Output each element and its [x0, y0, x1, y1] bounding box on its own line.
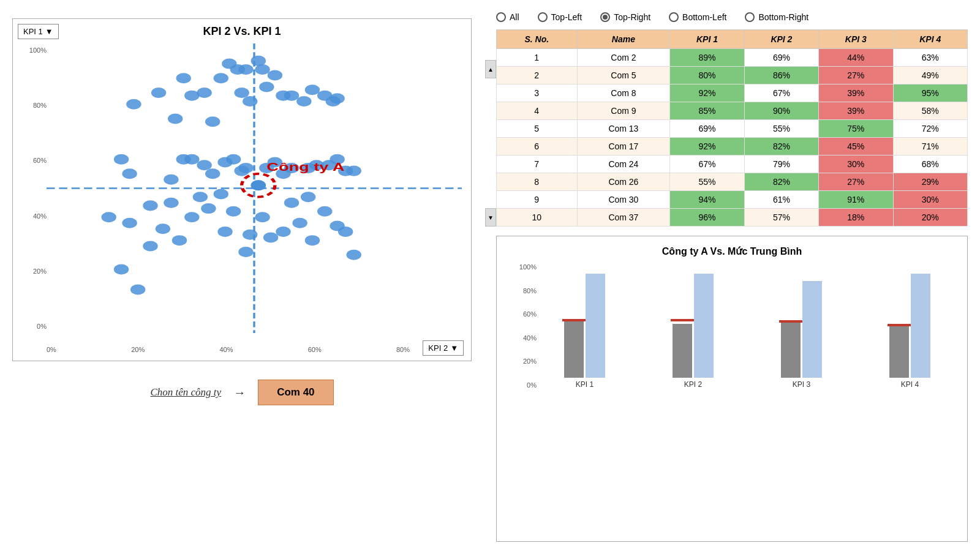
table-cell: 27%	[819, 67, 893, 84]
table-cell: 67%	[670, 156, 744, 173]
scroll-up-button[interactable]: ▲	[485, 60, 496, 78]
scroll-down-button[interactable]: ▼	[485, 208, 496, 227]
table-cell: 75%	[819, 120, 893, 138]
svg-point-50	[114, 264, 129, 274]
radio-circle-top-left	[538, 12, 548, 22]
svg-point-66	[263, 232, 278, 242]
company-bar	[889, 326, 909, 378]
table-cell: 89%	[670, 49, 744, 67]
radio-option-bottomright[interactable]: Bottom-Right	[745, 12, 809, 22]
table-cell: 82%	[744, 138, 818, 156]
svg-point-74	[338, 227, 353, 237]
radio-option-all[interactable]: All	[496, 12, 519, 22]
table-cell: Com 9	[577, 102, 670, 120]
y-axis-labels: 100% 80% 60% 40% 20% 0%	[16, 47, 47, 330]
svg-point-3	[126, 99, 141, 110]
svg-point-31	[184, 154, 199, 165]
y-dropdown-arrow: ▼	[45, 27, 53, 36]
table-cell: Com 24	[577, 156, 670, 173]
table-cell: 55%	[744, 120, 818, 138]
svg-point-33	[205, 168, 220, 179]
svg-point-21	[284, 91, 299, 101]
table-cell: 90%	[744, 102, 818, 120]
table-cell: 44%	[819, 49, 893, 67]
svg-point-27	[122, 168, 137, 179]
bar-group-label: KPI 4	[901, 380, 919, 389]
svg-point-4	[151, 88, 166, 98]
radio-circle-bottom-left	[669, 12, 679, 22]
table-cell: 69%	[744, 49, 818, 67]
radio-option-bottomleft[interactable]: Bottom-Left	[669, 12, 726, 22]
svg-point-58	[193, 192, 208, 202]
table-header-kpi2: KPI 2	[744, 30, 818, 49]
svg-point-48	[347, 166, 361, 176]
bar-group-kpi3: KPI 3	[756, 274, 846, 389]
table-cell: Com 2	[577, 49, 670, 67]
average-bar	[586, 274, 605, 378]
svg-point-37	[238, 163, 253, 173]
svg-point-23	[305, 84, 320, 95]
average-bar	[802, 281, 822, 378]
svg-point-18	[259, 81, 274, 92]
bar-pair	[564, 274, 605, 378]
svg-point-60	[214, 189, 228, 199]
svg-point-13	[234, 88, 249, 98]
svg-point-57	[184, 212, 199, 222]
table-cell: 45%	[819, 138, 893, 156]
table-cell: 91%	[819, 191, 893, 209]
table-cell: Com 37	[577, 209, 670, 227]
table-cell: 63%	[893, 49, 967, 67]
scatter-chart: KPI 1 ▼ KPI 2 Vs. KPI 1 Công ty A 100% 8…	[12, 18, 472, 361]
radio-circle-bottom-right	[745, 12, 755, 22]
svg-point-10	[214, 73, 228, 83]
bar-chart-title: Công ty A Vs. Mức Trung Bình	[509, 246, 955, 257]
table-cell: 92%	[670, 138, 744, 156]
company-selector-label: Chon tên công ty	[150, 386, 221, 399]
svg-point-8	[197, 88, 211, 98]
table-cell: 39%	[819, 84, 893, 102]
table-cell: 82%	[744, 173, 818, 191]
table-cell: Com 30	[577, 191, 670, 209]
bar-pair	[781, 274, 822, 378]
svg-point-19	[268, 70, 282, 81]
svg-point-62	[226, 206, 241, 217]
svg-point-53	[143, 241, 157, 252]
company-select-box[interactable]: Com 40	[258, 380, 333, 405]
bar-chart-container: Công ty A Vs. Mức Trung Bình 100% 80% 60…	[496, 236, 968, 542]
svg-point-35	[226, 154, 241, 165]
svg-point-5	[168, 113, 183, 124]
table-cell: Com 13	[577, 120, 670, 138]
table-row: 9Com 3094%61%91%30%	[497, 191, 968, 209]
svg-point-68	[284, 198, 299, 208]
svg-point-54	[156, 223, 170, 234]
table-cell: 85%	[670, 102, 744, 120]
table-cell: 30%	[893, 191, 967, 209]
svg-point-63	[238, 247, 253, 257]
average-bar	[694, 274, 714, 378]
radio-circle-all	[496, 12, 506, 22]
table-header-name: Name	[577, 30, 670, 49]
x-axis-label: KPI 2	[428, 343, 448, 353]
x-axis-dropdown[interactable]: KPI 2 ▼	[423, 340, 464, 356]
company-bar	[781, 320, 801, 378]
company-bar	[673, 324, 692, 378]
svg-point-65	[255, 212, 270, 222]
svg-point-56	[172, 235, 187, 246]
bar-group-label: KPI 1	[576, 380, 594, 389]
table-row: 4Com 985%90%39%58%	[497, 102, 968, 120]
radio-option-topright[interactable]: Top-Right	[600, 12, 650, 22]
table-header-kpi1: KPI 1	[670, 30, 744, 49]
table-row: 5Com 1369%55%75%72%	[497, 120, 968, 138]
y-axis-dropdown[interactable]: KPI 1 ▼	[18, 24, 59, 39]
svg-point-22	[296, 96, 311, 107]
kpi-table: S. No.NameKPI 1KPI 2KPI 3KPI 41Com 289%6…	[496, 29, 968, 227]
svg-point-49	[101, 212, 116, 222]
table-header-kpi3: KPI 3	[819, 30, 893, 49]
svg-point-2	[114, 154, 129, 165]
x-dropdown-arrow: ▼	[450, 343, 458, 353]
table-cell: 79%	[744, 156, 818, 173]
table-row: 3Com 892%67%39%95%	[497, 84, 968, 102]
table-cell: 8	[497, 173, 578, 191]
table-cell: 20%	[893, 209, 967, 227]
radio-option-topleft[interactable]: Top-Left	[538, 12, 582, 22]
